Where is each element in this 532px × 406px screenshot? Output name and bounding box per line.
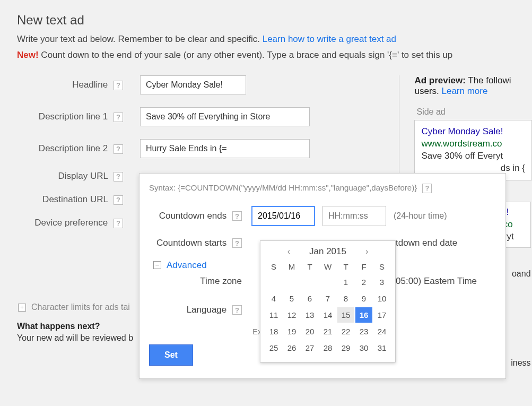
date-picker: ‹ Jan 2015 › SMTWTFS12345678910111213141… xyxy=(260,240,396,362)
help-icon[interactable]: ? xyxy=(232,238,242,248)
weekday-label: T xyxy=(337,260,354,273)
date-cell[interactable]: 29 xyxy=(337,340,354,356)
date-cell[interactable]: 8 xyxy=(337,291,354,306)
subtitle-help-link[interactable]: Learn how to write a great text ad xyxy=(263,34,396,44)
date-cell[interactable]: 6 xyxy=(301,291,318,306)
countdown-time-input[interactable] xyxy=(322,206,386,226)
preview-title: Ad preview: The followi users. Learn mor… xyxy=(414,75,532,97)
page-subtitle: Write your text ad below. Remember to be… xyxy=(17,34,532,45)
collapse-icon[interactable]: − xyxy=(153,261,161,269)
feature-text: Count down to the end of your sale (or a… xyxy=(39,50,453,60)
timezone-value: 05:00) Eastern Time xyxy=(396,276,477,287)
ad1-line1: Save 30% off Everyt xyxy=(421,150,525,162)
time-format-hint: (24-hour time) xyxy=(394,211,447,221)
weekday-label: W xyxy=(319,260,336,273)
ad1-title: Cyber Monday Sale! xyxy=(421,126,525,138)
next-month-button[interactable]: › xyxy=(362,247,371,256)
timezone-label: Time zone xyxy=(200,276,242,286)
syntax-label: Syntax: xyxy=(149,183,178,192)
date-cell[interactable]: 12 xyxy=(283,307,300,323)
dest-url-label: Destination URL xyxy=(42,194,108,204)
help-icon[interactable]: ? xyxy=(114,81,123,90)
help-icon[interactable]: ? xyxy=(232,211,242,221)
desc1-label: Description line 1 xyxy=(39,111,108,122)
date-cell[interactable]: 27 xyxy=(301,340,318,356)
help-icon[interactable]: ? xyxy=(422,184,432,193)
language-label: Language xyxy=(187,305,227,315)
help-icon[interactable]: ? xyxy=(114,219,123,228)
countdown-starts-note: tdown end date xyxy=(396,238,457,248)
new-tag: New! xyxy=(17,50,39,60)
weekday-label: M xyxy=(283,260,300,273)
desc1-input[interactable] xyxy=(140,107,310,126)
device-pref-label: Device preference xyxy=(34,218,108,228)
date-cell[interactable]: 3 xyxy=(373,274,390,290)
date-cell[interactable]: 10 xyxy=(373,291,390,306)
feature-line: New! Count down to the end of your sale … xyxy=(17,50,532,61)
date-cell[interactable]: 31 xyxy=(373,340,390,356)
date-cell[interactable]: 30 xyxy=(355,340,372,356)
help-icon[interactable]: ? xyxy=(114,195,123,205)
date-cell[interactable]: 17 xyxy=(373,307,390,323)
date-cell[interactable]: 16 xyxy=(355,307,372,323)
page-title: New text ad xyxy=(17,13,532,28)
month-year-label: Jan 2015 xyxy=(309,246,346,257)
countdown-ends-label: Countdown ends xyxy=(159,211,227,221)
headline-input[interactable] xyxy=(140,75,246,94)
date-cell[interactable]: 2 xyxy=(355,274,372,290)
date-cell[interactable]: 23 xyxy=(355,324,372,339)
date-cell[interactable]: 7 xyxy=(319,291,336,306)
ad1-url: www.wordstream.co xyxy=(421,138,525,150)
date-cell[interactable]: 21 xyxy=(319,324,336,339)
date-cell[interactable]: 4 xyxy=(265,291,282,306)
side-ad-label: Side ad xyxy=(416,107,532,117)
ad-preview-1: Cyber Monday Sale! www.wordstream.co Sav… xyxy=(414,120,532,180)
prev-month-button[interactable]: ‹ xyxy=(284,247,293,256)
date-cell[interactable]: 28 xyxy=(319,340,336,356)
help-icon[interactable]: ? xyxy=(114,172,123,182)
syntax-text: {=COUNTDOWN("yyyy/MM/dd HH:mm:ss","langu… xyxy=(178,183,417,192)
date-cell[interactable]: 22 xyxy=(337,324,354,339)
date-cell[interactable]: 26 xyxy=(283,340,300,356)
display-url-label: Display URL xyxy=(58,171,108,181)
help-icon[interactable]: ? xyxy=(114,144,123,154)
weekday-label: F xyxy=(355,260,372,273)
date-cell[interactable]: 1 xyxy=(337,274,354,290)
preview-users-prefix: users. xyxy=(414,86,441,96)
advanced-toggle[interactable]: Advanced xyxy=(167,260,207,271)
date-cell[interactable]: 19 xyxy=(283,324,300,339)
date-cell[interactable]: 24 xyxy=(373,324,390,339)
date-cell[interactable]: 14 xyxy=(319,307,336,323)
help-icon[interactable]: ? xyxy=(114,113,123,122)
char-limits-label: Character limits for ads tai xyxy=(31,303,130,312)
help-icon[interactable]: ? xyxy=(232,305,242,315)
set-button[interactable]: Set xyxy=(149,344,193,366)
syntax-line: Syntax: {=COUNTDOWN("yyyy/MM/dd HH:mm:ss… xyxy=(149,183,496,193)
preview-title-bold: Ad preview: xyxy=(414,75,465,85)
date-cell[interactable]: 9 xyxy=(355,291,372,306)
learn-more-link[interactable]: Learn more xyxy=(442,86,488,96)
headline-label: Headline xyxy=(72,80,108,90)
plus-icon[interactable]: + xyxy=(18,304,26,312)
countdown-starts-label: Countdown starts xyxy=(156,238,226,248)
weekday-label: T xyxy=(301,260,318,273)
date-cell[interactable]: 11 xyxy=(265,307,282,323)
weekday-label: S xyxy=(373,260,390,273)
countdown-date-input[interactable] xyxy=(251,206,315,226)
desc2-input[interactable] xyxy=(140,139,310,158)
date-cell[interactable]: 18 xyxy=(265,324,282,339)
date-cell[interactable]: 25 xyxy=(265,340,282,356)
preview-title-rest: The followi xyxy=(466,75,511,85)
date-cell[interactable]: 20 xyxy=(301,324,318,339)
desc2-label: Description line 2 xyxy=(39,143,108,153)
date-cell[interactable]: 15 xyxy=(337,307,354,323)
subtitle-text: Write your text ad below. Remember to be… xyxy=(17,34,263,44)
date-cell[interactable]: 13 xyxy=(301,307,318,323)
weekday-label: S xyxy=(265,260,282,273)
date-cell[interactable]: 5 xyxy=(283,291,300,306)
